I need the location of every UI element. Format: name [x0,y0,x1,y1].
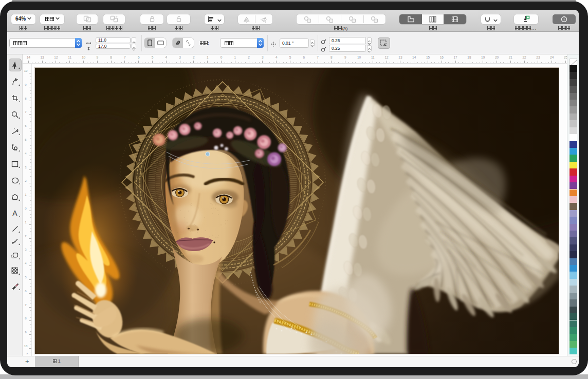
svg-text:A: A [12,210,17,217]
